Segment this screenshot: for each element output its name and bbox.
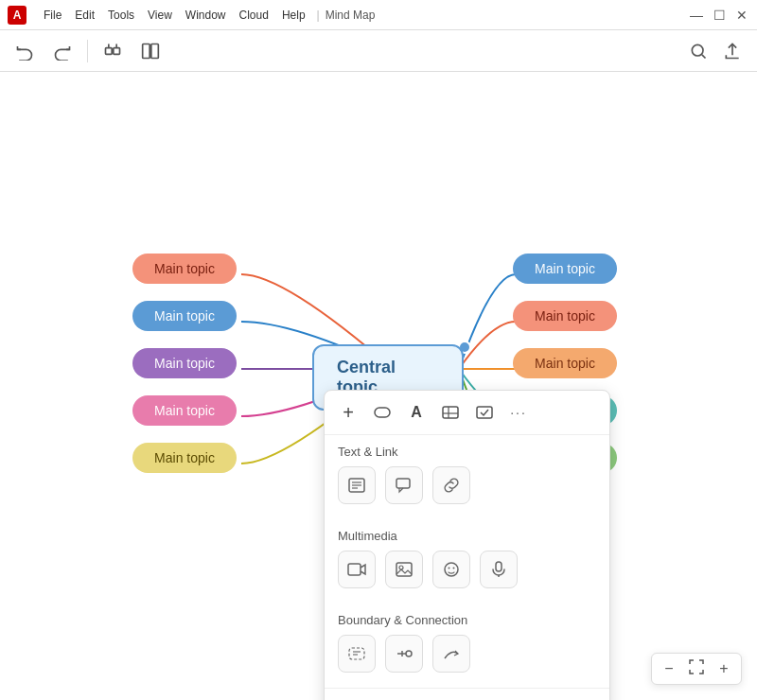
zoom-controls: − + bbox=[651, 653, 742, 685]
multimedia-icons bbox=[338, 551, 596, 588]
svg-rect-5 bbox=[151, 44, 159, 58]
svg-point-24 bbox=[453, 568, 455, 569]
boundary-icon-btn[interactable] bbox=[338, 635, 376, 673]
left-node-3[interactable]: Main topic bbox=[132, 348, 237, 378]
redo-button[interactable] bbox=[49, 38, 76, 64]
text-link-section: Text & Link bbox=[325, 435, 609, 519]
zoom-in-button[interactable]: + bbox=[713, 657, 735, 680]
toolbar-right bbox=[685, 38, 746, 64]
window-controls: — ☐ ✕ bbox=[689, 8, 749, 23]
maximize-button[interactable]: ☐ bbox=[712, 8, 727, 23]
text-link-icons bbox=[338, 466, 596, 504]
svg-rect-25 bbox=[496, 562, 502, 571]
svg-rect-0 bbox=[106, 47, 113, 54]
right-node-1[interactable]: Main topic bbox=[513, 254, 617, 284]
svg-rect-19 bbox=[348, 564, 361, 575]
multimedia-label: Multimedia bbox=[338, 529, 596, 543]
svg-rect-13 bbox=[477, 407, 492, 418]
video-icon-btn[interactable] bbox=[338, 551, 376, 588]
menu-view[interactable]: View bbox=[142, 7, 178, 24]
zoom-out-button[interactable]: − bbox=[658, 657, 680, 680]
microphone-icon-btn[interactable] bbox=[480, 551, 518, 588]
insert-frame-button[interactable] bbox=[99, 38, 126, 64]
emoji-icon-btn[interactable] bbox=[432, 551, 470, 588]
menu-file[interactable]: File bbox=[38, 7, 67, 24]
menu-window[interactable]: Window bbox=[180, 7, 232, 24]
right-node-2[interactable]: Main topic bbox=[513, 301, 617, 331]
left-node-2[interactable]: Main topic bbox=[132, 301, 237, 331]
split-button[interactable] bbox=[137, 38, 164, 64]
ctx-info: ⓘ Add additional information to the sele… bbox=[325, 688, 609, 700]
toolbar bbox=[0, 30, 757, 72]
menu-tools[interactable]: Tools bbox=[102, 7, 140, 24]
divider bbox=[87, 40, 88, 62]
boundary-icons bbox=[338, 635, 596, 673]
ctx-image-button[interactable] bbox=[434, 396, 467, 429]
text-link-label: Text & Link bbox=[338, 445, 596, 459]
ctx-check-button[interactable] bbox=[468, 396, 501, 429]
menu-edit[interactable]: Edit bbox=[69, 7, 100, 24]
svg-rect-10 bbox=[443, 407, 458, 418]
undo-button[interactable] bbox=[11, 38, 38, 64]
svg-rect-18 bbox=[396, 479, 410, 488]
svg-rect-1 bbox=[114, 47, 120, 54]
zoom-fit-icon[interactable] bbox=[688, 658, 705, 680]
image-icon-btn[interactable] bbox=[385, 551, 423, 588]
title-bar: A File Edit Tools View Window Cloud Help… bbox=[0, 0, 757, 30]
comment-icon-btn[interactable] bbox=[385, 466, 423, 504]
text-icon-btn[interactable] bbox=[338, 466, 376, 504]
menu-cloud[interactable]: Cloud bbox=[234, 7, 274, 24]
svg-rect-9 bbox=[375, 408, 390, 417]
app-mode: Mind Map bbox=[326, 9, 376, 22]
left-node-1[interactable]: Main topic bbox=[132, 254, 237, 284]
right-node-3[interactable]: Main topic bbox=[513, 348, 617, 378]
svg-rect-4 bbox=[143, 44, 150, 58]
close-button[interactable]: ✕ bbox=[734, 8, 749, 23]
multimedia-section: Multimedia bbox=[325, 519, 609, 604]
ctx-top-bar: + A ··· bbox=[325, 391, 609, 435]
svg-line-7 bbox=[702, 54, 706, 58]
svg-point-31 bbox=[406, 651, 412, 656]
ctx-add-button[interactable]: + bbox=[332, 396, 364, 429]
svg-point-6 bbox=[692, 44, 703, 56]
menu-bar: File Edit Tools View Window Cloud Help |… bbox=[38, 7, 375, 24]
svg-rect-20 bbox=[396, 563, 412, 576]
ctx-shape-button[interactable] bbox=[366, 396, 398, 429]
connection-icon-btn[interactable] bbox=[385, 635, 423, 673]
boundary-section: Boundary & Connection bbox=[325, 604, 609, 688]
svg-rect-27 bbox=[349, 648, 364, 659]
context-toolbar: + A ··· Text & Link bbox=[324, 390, 610, 700]
search-button[interactable] bbox=[685, 38, 712, 64]
share-button[interactable] bbox=[719, 38, 746, 64]
left-node-5[interactable]: Main topic bbox=[132, 443, 237, 473]
canvas: Main topic Main topic Main topic Main to… bbox=[0, 72, 757, 700]
boundary-label: Boundary & Connection bbox=[338, 613, 596, 627]
svg-point-23 bbox=[449, 568, 450, 569]
left-node-4[interactable]: Main topic bbox=[132, 395, 237, 426]
arrow-icon-btn[interactable] bbox=[432, 635, 470, 673]
ctx-text-button[interactable]: A bbox=[400, 396, 432, 429]
svg-point-22 bbox=[445, 563, 458, 576]
link-icon-btn[interactable] bbox=[432, 466, 470, 504]
menu-help[interactable]: Help bbox=[276, 7, 311, 24]
app-logo: A bbox=[8, 6, 26, 25]
ctx-more-button[interactable]: ··· bbox=[502, 396, 535, 429]
minimize-button[interactable]: — bbox=[689, 8, 704, 23]
